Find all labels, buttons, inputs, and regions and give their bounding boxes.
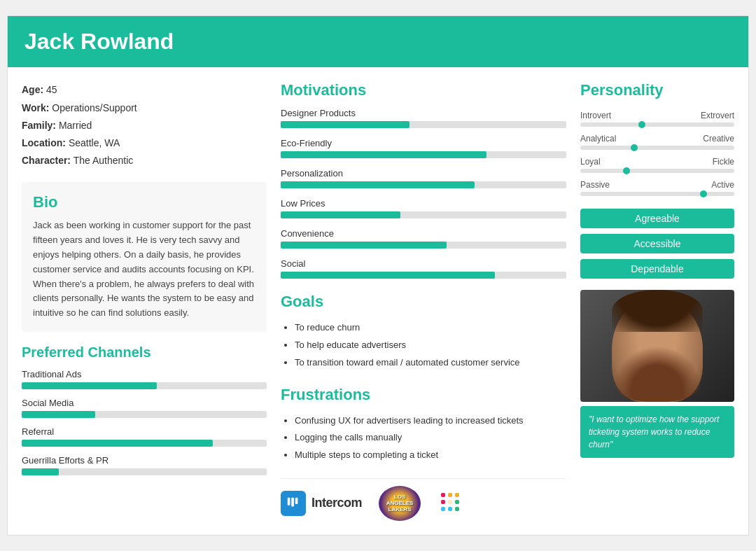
age-value: 45	[46, 84, 57, 95]
channel-label: Traditional Ads	[22, 369, 267, 379]
axis-labels: Analytical Creative	[580, 134, 734, 144]
slack-brand	[438, 489, 465, 517]
frustrations-list: Confusing UX for advertisers leading to …	[281, 412, 566, 464]
svg-rect-5	[448, 493, 452, 497]
motivation-bar-track	[281, 242, 566, 249]
motivation-bar-track	[281, 211, 566, 218]
trait-badges: Agreeable Accessible Dependable	[580, 209, 734, 279]
channel-bar-fill	[22, 411, 95, 418]
axis-dot	[623, 167, 630, 174]
channel-bar-track	[22, 440, 267, 447]
motivation-bar-track	[281, 151, 566, 158]
axis-left-label: Analytical	[580, 134, 616, 144]
axis-labels: Loyal Fickle	[580, 157, 734, 167]
axis-track	[580, 192, 734, 196]
motivation-label: Designer Products	[281, 108, 566, 118]
bio-title: Bio	[33, 193, 255, 211]
right-column: Personality Introvert Extrovert Analytic…	[580, 81, 734, 520]
motivation-bar-fill	[281, 151, 486, 158]
channel-bar-track	[22, 411, 267, 418]
axis-left-label: Introvert	[580, 111, 611, 120]
svg-rect-9	[448, 507, 452, 511]
channel-item: Social Media	[22, 398, 267, 418]
motivation-item: Convenience	[281, 228, 566, 249]
channels-section: Preferred Channels Traditional Ads Socia…	[22, 344, 267, 475]
middle-column: Motivations Designer Products Eco-Friend…	[281, 81, 566, 520]
quote-box: "I want to optimize how the support tick…	[580, 406, 734, 458]
axis-right-label: Extrovert	[701, 111, 734, 120]
motivation-bar-track	[281, 272, 566, 279]
axis-track	[580, 146, 734, 150]
personality-axes: Introvert Extrovert Analytical Creative …	[580, 111, 734, 196]
goal-item: To transition toward email / automated c…	[295, 354, 566, 372]
profile-name: Jack Rowland	[24, 29, 732, 55]
svg-rect-4	[441, 493, 445, 497]
profile-card: Jack Rowland Age: 45 Work: Operations/Su…	[7, 15, 749, 535]
personality-axis: Passive Active	[580, 180, 734, 196]
left-column: Age: 45 Work: Operations/Support Family:…	[22, 81, 267, 520]
personality-axis: Loyal Fickle	[580, 157, 734, 173]
axis-dot	[700, 190, 707, 197]
motivation-bar-track	[281, 121, 566, 128]
svg-rect-7	[455, 500, 459, 504]
motivation-bar-fill	[281, 242, 447, 249]
axis-left-label: Passive	[580, 180, 610, 190]
axis-right-label: Active	[711, 180, 734, 190]
body: Age: 45 Work: Operations/Support Family:…	[8, 67, 748, 534]
axis-dot	[631, 144, 638, 151]
location-label: Location:	[22, 137, 66, 148]
frustration-item: Logging the calls manually	[295, 429, 566, 447]
svg-rect-0	[288, 497, 290, 505]
axis-labels: Introvert Extrovert	[580, 111, 734, 120]
goal-item: To help educate advertisers	[295, 337, 566, 354]
axis-labels: Passive Active	[580, 180, 734, 190]
intercom-label: Intercom	[312, 496, 362, 510]
info-section: Age: 45 Work: Operations/Support Family:…	[22, 81, 267, 169]
slack-icon	[438, 489, 465, 517]
character-label: Character:	[22, 155, 71, 166]
motivation-item: Low Prices	[281, 198, 566, 218]
axis-right-label: Creative	[703, 134, 734, 144]
work-label: Work:	[22, 102, 49, 113]
motivation-label: Personalization	[281, 168, 566, 179]
motivation-bar-fill	[281, 181, 475, 188]
svg-rect-3	[441, 500, 445, 504]
family-label: Family:	[22, 120, 59, 131]
svg-rect-2	[295, 497, 298, 503]
svg-rect-11	[448, 500, 452, 504]
personality-axis: Analytical Creative	[580, 134, 734, 150]
motivation-bar-fill	[281, 272, 495, 279]
motivation-bar-fill	[281, 211, 400, 218]
header: Jack Rowland	[8, 16, 748, 67]
channel-bar-track	[22, 382, 267, 389]
channel-bar-fill	[22, 468, 59, 475]
channel-label: Social Media	[22, 398, 267, 408]
goals-list: To reduce churnTo help educate advertise…	[281, 319, 566, 371]
location-value: Seattle, WA	[69, 137, 120, 148]
motivation-item: Social	[281, 258, 566, 279]
motivation-bar-track	[281, 181, 566, 188]
character-value: The Authentic	[74, 155, 134, 166]
work-value: Operations/Support	[52, 102, 136, 113]
motivation-label: Low Prices	[281, 198, 566, 209]
goal-item: To reduce churn	[295, 319, 566, 337]
avatar	[580, 290, 734, 402]
motivation-bar-fill	[281, 121, 410, 128]
personality-title: Personality	[580, 81, 734, 99]
goals-section: Goals To reduce churnTo help educate adv…	[281, 293, 566, 371]
channel-label: Guerrilla Efforts & PR	[22, 455, 267, 466]
age-label: Age:	[22, 84, 43, 95]
channel-item: Referral	[22, 426, 267, 447]
motivation-item: Designer Products	[281, 108, 566, 128]
axis-dot	[638, 121, 645, 128]
frustration-item: Multiple steps to completing a ticket	[295, 447, 566, 464]
svg-rect-1	[291, 497, 294, 506]
channel-bar-fill	[22, 440, 213, 447]
channel-item: Guerrilla Efforts & PR	[22, 455, 267, 475]
lakers-brand: LOS ANGELESLAKERS	[379, 486, 421, 521]
axis-right-label: Fickle	[713, 157, 734, 167]
channel-bar-track	[22, 468, 267, 475]
motivations-bars: Designer Products Eco-Friendly Personali…	[281, 108, 566, 279]
family-value: Married	[59, 120, 92, 131]
trait-accessible: Accessible	[580, 234, 734, 253]
